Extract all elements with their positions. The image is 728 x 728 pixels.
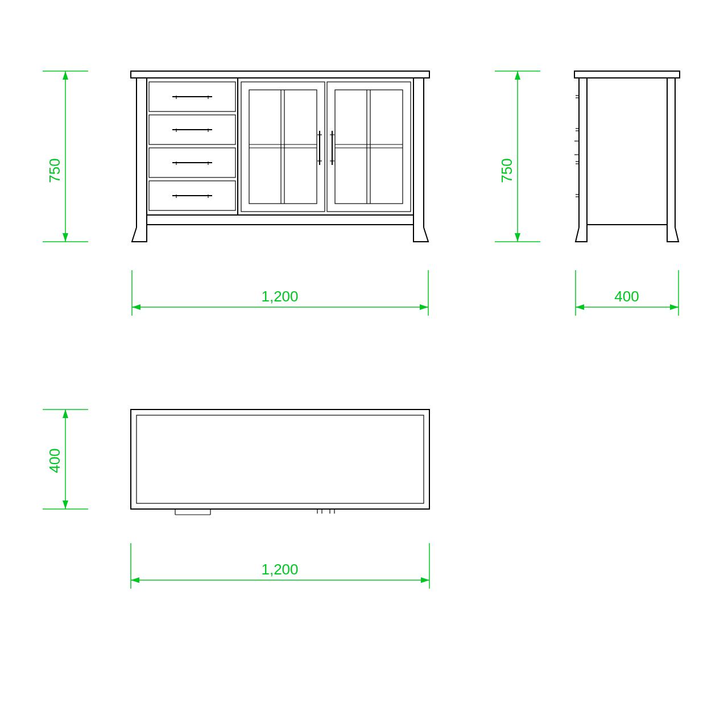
dim-side-width: 400 — [576, 270, 679, 316]
dim-front-height: 750 — [43, 71, 88, 242]
top-view: 400 1,200 — [43, 410, 429, 589]
svg-marker-51 — [132, 304, 140, 310]
dim-front-width-label: 1,200 — [261, 288, 298, 305]
side-view: 750 — [495, 71, 680, 316]
svg-marker-3 — [63, 71, 68, 80]
svg-marker-52 — [420, 304, 428, 310]
drawer-handle-icon — [172, 162, 212, 165]
svg-marker-83 — [63, 500, 68, 509]
dim-side-width-label: 400 — [614, 288, 639, 305]
svg-marker-4 — [63, 233, 68, 242]
svg-marker-57 — [515, 233, 520, 242]
drawer-handle-icon — [172, 195, 212, 198]
dim-front-height-label: 750 — [46, 158, 63, 183]
front-view: 750 — [43, 71, 429, 316]
dim-top-height-label: 400 — [46, 448, 63, 473]
cabinet-front — [131, 71, 429, 242]
drawer-handle-icon — [172, 129, 212, 132]
svg-marker-97 — [421, 577, 429, 583]
drawing-canvas: 750 — [0, 0, 728, 728]
svg-rect-85 — [136, 415, 424, 503]
svg-marker-82 — [63, 410, 68, 418]
svg-rect-84 — [131, 410, 429, 509]
glass-doors — [241, 82, 411, 212]
svg-rect-30 — [241, 82, 325, 212]
drawer-handle-icon — [172, 96, 212, 99]
svg-rect-40 — [335, 90, 403, 204]
svg-marker-77 — [576, 304, 584, 310]
svg-marker-78 — [670, 304, 679, 310]
svg-rect-39 — [327, 82, 411, 212]
dim-top-width-label: 1,200 — [261, 561, 298, 578]
dim-top-width: 1,200 — [131, 543, 429, 589]
svg-marker-56 — [515, 71, 520, 80]
drawers — [149, 78, 238, 215]
svg-rect-58 — [574, 71, 680, 78]
cabinet-side — [574, 71, 680, 242]
cabinet-top — [131, 410, 429, 515]
svg-marker-96 — [131, 577, 139, 583]
svg-rect-5 — [131, 71, 429, 78]
dim-side-height-label: 750 — [498, 158, 515, 183]
dim-front-width: 1,200 — [132, 270, 428, 316]
svg-rect-31 — [249, 90, 317, 204]
dim-top-height: 400 — [43, 410, 88, 509]
dim-side-height: 750 — [495, 71, 540, 242]
